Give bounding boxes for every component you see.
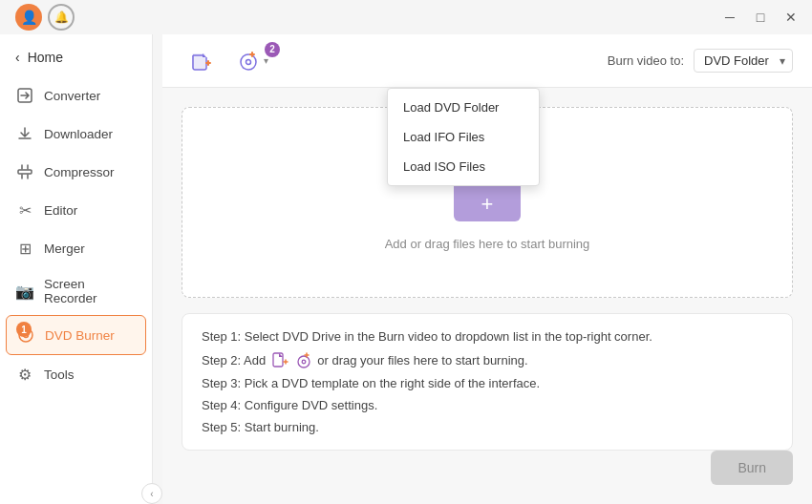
- back-button[interactable]: ‹ Home: [0, 42, 152, 73]
- minimize-button[interactable]: ─: [716, 4, 743, 31]
- sidebar-item-editor[interactable]: ✂ Editor: [0, 191, 152, 229]
- svg-rect-1: [18, 170, 32, 174]
- sidebar-item-screen-recorder[interactable]: 📷 Screen Recorder: [0, 267, 152, 315]
- compressor-label: Compressor: [44, 165, 115, 179]
- dropdown-menu: Load DVD Folder Load IFO Files Load ISO …: [387, 88, 540, 186]
- title-bar: 👤 🔔 ─ □ ✕: [0, 0, 812, 34]
- svg-point-5: [241, 54, 256, 70]
- svg-rect-7: [273, 353, 283, 367]
- toolbar-right: Burn video to: DVD Folder DVD Disc ISO F…: [608, 49, 793, 73]
- folder-plus-icon: +: [481, 192, 494, 217]
- title-bar-icons: 👤 🔔: [15, 4, 75, 31]
- sidebar-item-merger[interactable]: ⊞ Merger: [0, 229, 152, 267]
- editor-icon: ✂: [15, 200, 34, 220]
- dvd-burner-label: DVD Burner: [45, 328, 115, 343]
- app-icon-user: 👤: [15, 4, 42, 31]
- downloader-label: Downloader: [44, 127, 113, 141]
- instructions-panel: Step 1: Select DVD Drive in the Burn vid…: [182, 313, 793, 451]
- burn-video-label: Burn video to:: [608, 53, 684, 68]
- screen-recorder-icon: 📷: [15, 282, 34, 301]
- svg-point-9: [302, 360, 306, 364]
- sidebar-collapse-button[interactable]: ‹: [141, 483, 162, 504]
- sidebar-badge: 1: [16, 322, 32, 337]
- sidebar: ‹ Home Converter Downloader: [0, 34, 153, 504]
- close-button[interactable]: ✕: [778, 4, 804, 31]
- svg-point-6: [246, 59, 251, 64]
- dropdown-arrow-icon: ▾: [264, 55, 268, 66]
- sidebar-item-downloader[interactable]: Downloader: [0, 115, 152, 153]
- sidebar-item-compressor[interactable]: Compressor: [0, 153, 152, 191]
- downloader-icon: [15, 124, 34, 143]
- add-file-button[interactable]: [182, 44, 220, 78]
- burn-select-wrapper[interactable]: DVD Folder DVD Disc ISO File: [694, 49, 793, 73]
- dropdown-item-iso-files[interactable]: Load ISO Files: [388, 152, 539, 181]
- main-layout: ‹ Home Converter Downloader: [0, 34, 812, 504]
- merger-label: Merger: [44, 242, 85, 256]
- burn-button[interactable]: Burn: [711, 451, 793, 485]
- instruction-step5: Step 5: Start burning.: [202, 420, 773, 434]
- sidebar-item-dvd-burner[interactable]: 1 DVD Burner: [6, 315, 146, 355]
- instruction-step1: Step 1: Select DVD Drive in the Burn vid…: [202, 329, 773, 344]
- add-dvd-button[interactable]: 2 ▾: [229, 44, 276, 78]
- dvd-badge: 2: [265, 42, 280, 57]
- app-icon-bell: 🔔: [48, 4, 75, 31]
- compressor-icon: [15, 162, 34, 181]
- merger-icon: ⊞: [15, 239, 34, 258]
- dropdown-item-ifo-files[interactable]: Load IFO Files: [388, 122, 539, 152]
- sidebar-item-converter[interactable]: Converter: [0, 76, 152, 115]
- back-label: Home: [28, 50, 63, 65]
- add-file-inline-icon: [271, 351, 288, 368]
- tools-icon: ⚙: [15, 365, 34, 384]
- instruction-step2: Step 2: Add: [202, 351, 773, 368]
- instruction-step3: Step 3: Pick a DVD template on the right…: [202, 376, 773, 390]
- dropdown-item-dvd-folder[interactable]: Load DVD Folder: [388, 93, 539, 122]
- back-arrow-icon: ‹: [15, 50, 20, 65]
- svg-point-8: [298, 356, 310, 368]
- converter-label: Converter: [44, 89, 100, 103]
- sidebar-item-tools[interactable]: ⚙ Tools: [0, 355, 152, 393]
- burn-button-wrapper: Burn: [711, 451, 793, 485]
- content-area: 2 ▾ Burn video to: DVD Folder DVD Disc I…: [162, 34, 812, 504]
- screen-recorder-label: Screen Recorder: [44, 277, 137, 305]
- converter-icon: [15, 86, 34, 105]
- tools-label: Tools: [44, 368, 75, 382]
- drop-zone-text: Add or drag files here to start burning: [385, 237, 590, 251]
- maximize-button[interactable]: □: [747, 4, 774, 31]
- burn-select[interactable]: DVD Folder DVD Disc ISO File: [694, 49, 793, 73]
- instruction-step4: Step 4: Configure DVD settings.: [202, 398, 773, 412]
- toolbar: 2 ▾ Burn video to: DVD Folder DVD Disc I…: [162, 34, 812, 88]
- editor-label: Editor: [44, 203, 77, 218]
- add-dvd-inline-icon: [294, 351, 311, 368]
